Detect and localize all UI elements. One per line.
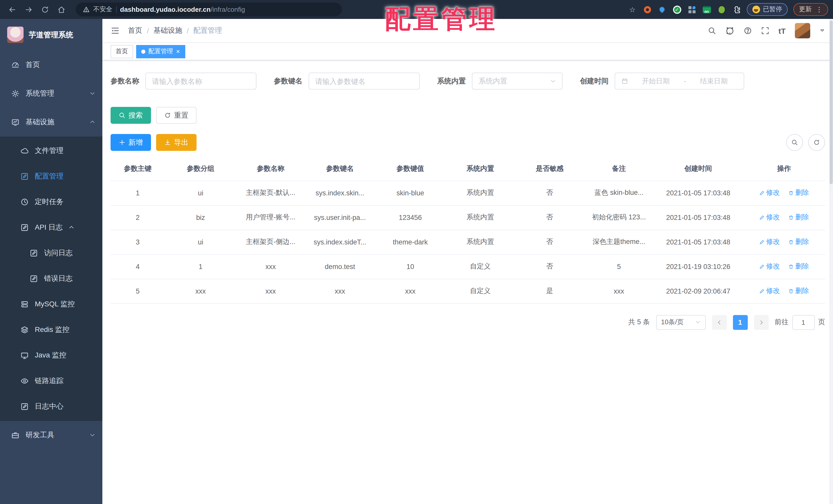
extension-leaf-icon[interactable] [717, 5, 726, 14]
bookmark-star-icon[interactable]: ☆ [628, 5, 637, 14]
prev-page-button[interactable] [712, 315, 727, 330]
delete-row-button[interactable]: 删除 [788, 286, 809, 296]
browser-update-button[interactable]: 更新 ⋮ [793, 3, 828, 16]
edit-row-button[interactable]: 修改 [759, 286, 780, 296]
table-header-row: 参数主键 参数分组 参数名称 参数键名 参数键值 系统内置 是否敏感 备注 创建… [111, 157, 825, 180]
search-actions-row: 搜索 重置 [111, 107, 825, 124]
window-scrollbar[interactable] [829, 19, 833, 504]
fullscreen-icon [761, 27, 769, 35]
gear-icon [11, 90, 20, 98]
edit-row-button[interactable]: 修改 [759, 262, 780, 271]
profile-paused-badge[interactable]: 已暂停 [746, 3, 788, 16]
browser-home-button[interactable] [54, 2, 69, 17]
tab-close-icon[interactable]: × [176, 48, 180, 55]
next-page-button[interactable] [754, 315, 768, 330]
user-avatar[interactable] [795, 23, 810, 39]
ring-shape [644, 6, 651, 13]
edit-label: 修改 [766, 286, 780, 296]
edit-label: 修改 [766, 213, 780, 222]
sidebar-item-java-monitor[interactable]: Java 监控 [0, 343, 102, 368]
browser-forward-button[interactable] [22, 2, 36, 17]
sidebar-item-access-log[interactable]: 访问日志 [0, 241, 102, 266]
help-button[interactable] [744, 27, 752, 35]
toggle-search-button[interactable] [786, 134, 803, 151]
col-header: 备注 [584, 157, 653, 180]
extension-check-circle-icon[interactable]: ✓ [672, 5, 682, 14]
extension-on-badge-icon[interactable]: on [702, 5, 711, 14]
fullscreen-button[interactable] [761, 27, 769, 35]
trash-icon [788, 263, 793, 269]
github-link-button[interactable] [725, 26, 735, 35]
sidebar-item-file-management[interactable]: 文件管理 [0, 138, 102, 163]
edit-label: 修改 [766, 188, 780, 197]
avatar-caret-icon[interactable] [819, 27, 825, 35]
sidebar-item-log-center[interactable]: 日志中心 [0, 394, 102, 419]
sidebar-item-home[interactable]: 首页 [0, 51, 102, 79]
edit-row-button[interactable]: 修改 [759, 213, 780, 222]
address-bar[interactable]: 不安全 dashboard.yudao.iocoder.cn/infra/con… [76, 3, 342, 16]
url-path: /infra/config [211, 6, 245, 13]
scrollbar-thumb[interactable] [830, 21, 833, 184]
browser-menu-kebab-icon[interactable]: ⋮ [816, 6, 823, 13]
export-button[interactable]: 导出 [156, 134, 196, 151]
sidebar-item-dev-tools[interactable]: 研发工具 [0, 421, 102, 450]
sidebar-item-config-management[interactable]: 配置管理 [0, 163, 102, 189]
add-button[interactable]: 新增 [111, 134, 151, 151]
breadcrumb-infrastructure[interactable]: 基础设施 [153, 26, 182, 35]
refresh-table-button[interactable] [808, 134, 825, 151]
delete-row-button[interactable]: 删除 [788, 188, 809, 197]
sidebar-item-redis-monitor[interactable]: Redis 监控 [0, 317, 102, 343]
date-range-picker[interactable]: 开始日期 - 结束日期 [615, 73, 744, 90]
page-size-select[interactable]: 10条/页 [656, 315, 706, 330]
sidebar-item-api-log[interactable]: API 日志 [0, 215, 102, 241]
font-size-button[interactable]: tT [779, 26, 786, 35]
browser-back-button[interactable] [5, 2, 20, 17]
range-separator: - [684, 77, 686, 85]
sidebar-item-system-management[interactable]: 系统管理 [0, 79, 102, 108]
tab-config-management[interactable]: 配置管理 × [136, 45, 185, 58]
cell-actions: 修改 删除 [743, 205, 825, 230]
param-key-input[interactable] [315, 77, 413, 85]
chevron-right-icon [758, 319, 764, 325]
breadcrumb-home[interactable]: 首页 [128, 26, 142, 35]
app-logo[interactable]: 芋道管理系统 [0, 19, 102, 51]
cell: xxx [375, 279, 446, 303]
delete-row-button[interactable]: 删除 [788, 262, 809, 271]
cell-actions: 修改 删除 [743, 254, 825, 279]
breadcrumb: 首页 / 基础设施 / 配置管理 [128, 26, 222, 35]
browser-reload-button[interactable] [38, 2, 52, 17]
chevron-down-icon [90, 431, 95, 439]
goto-page-input[interactable] [792, 315, 814, 330]
extension-grid-icon[interactable] [687, 5, 696, 14]
delete-row-button[interactable]: 删除 [788, 213, 809, 222]
sidebar-fold-button[interactable] [111, 26, 120, 35]
delete-row-button[interactable]: 删除 [788, 237, 809, 247]
param-name-input[interactable] [152, 77, 250, 85]
cell: 自定义 [446, 279, 515, 303]
tab-home[interactable]: 首页 [111, 45, 133, 58]
edit-row-button[interactable]: 修改 [759, 237, 780, 247]
extension-orange-ring-icon[interactable] [643, 5, 652, 14]
cell: 深色主题theme... [584, 230, 653, 254]
sidebar-item-scheduled-jobs[interactable]: 定时任务 [0, 189, 102, 215]
cell: 1 [165, 254, 236, 279]
cell: 1 [111, 180, 165, 205]
cell: 2021-01-05 17:03:48 [653, 180, 743, 205]
sidebar-item-mysql-monitor[interactable]: MySQL 监控 [0, 292, 102, 317]
cell-actions: 修改 删除 [743, 180, 825, 205]
header-search-button[interactable] [708, 27, 716, 35]
extension-pin-icon[interactable] [658, 5, 667, 14]
builtin-select[interactable]: 系统内置 [472, 73, 563, 90]
edit-row-button[interactable]: 修改 [759, 188, 780, 197]
trash-icon [788, 288, 793, 294]
table-row: 5 xxx xxx xxx xxx 自定义 是 xxx 2021-02-09 2… [111, 279, 825, 303]
sidebar-item-tracing[interactable]: 链路追踪 [0, 368, 102, 394]
edit-label: 修改 [766, 237, 780, 247]
search-button[interactable]: 搜索 [111, 107, 151, 124]
extensions-puzzle-icon[interactable] [732, 5, 741, 14]
pagination-goto: 前往 页 [775, 315, 825, 330]
page-number-button[interactable]: 1 [733, 315, 747, 330]
sidebar-item-error-log[interactable]: 错误日志 [0, 266, 102, 292]
sidebar-item-infrastructure[interactable]: 基础设施 [0, 108, 102, 136]
reset-button[interactable]: 重置 [156, 107, 196, 124]
